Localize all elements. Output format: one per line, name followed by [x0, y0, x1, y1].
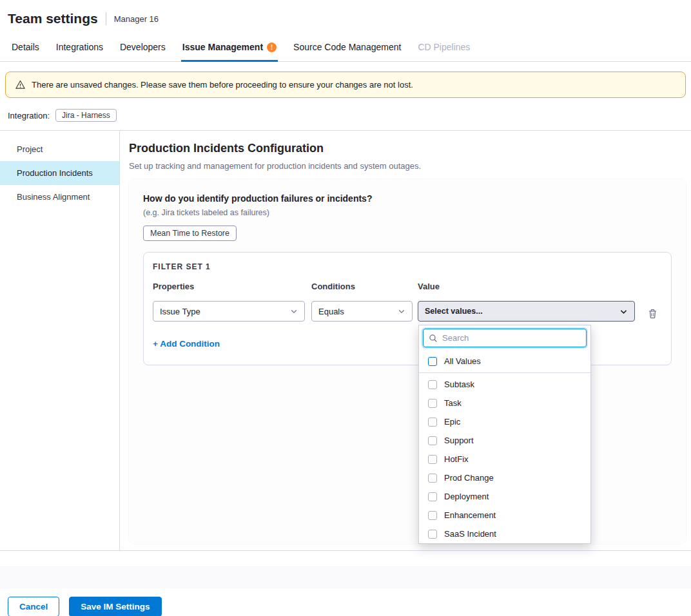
search-icon [429, 334, 438, 343]
footer-gap [0, 551, 691, 566]
sidebar-item-production-incidents[interactable]: Production Incidents [0, 161, 119, 185]
option-label: Epic [444, 417, 460, 427]
configuration-card: How do you identify production failures … [129, 179, 686, 544]
warning-triangle-icon [15, 79, 26, 90]
tab-bar: Details Integrations Developers Issue Ma… [0, 34, 691, 62]
option-enhancement[interactable]: Enhancement [423, 506, 587, 525]
integration-row: Integration: Jira - Harness [0, 104, 691, 130]
footer-strip [0, 566, 691, 588]
column-header-value: Value [418, 282, 635, 291]
unsaved-changes-banner: There are unsaved changes. Please save t… [5, 72, 686, 98]
option-saas-incident[interactable]: SaaS Incident [423, 525, 587, 543]
checkbox[interactable] [428, 530, 437, 539]
unsaved-changes-badge-icon: ! [267, 43, 277, 52]
integration-chip[interactable]: Jira - Harness [55, 109, 117, 122]
checkbox[interactable] [428, 380, 437, 389]
metric-chip[interactable]: Mean Time to Restore [143, 226, 237, 241]
trash-icon [648, 309, 657, 319]
checkbox[interactable] [428, 455, 437, 464]
tab-source-code-management[interactable]: Source Code Management [292, 34, 402, 61]
content-area: Project Production Incidents Business Al… [0, 131, 691, 551]
checkbox[interactable] [428, 492, 437, 501]
value-select-placeholder: Select values... [425, 307, 483, 316]
option-task[interactable]: Task [423, 394, 587, 412]
option-customer-notification[interactable]: Customer Notification [423, 543, 587, 544]
filter-set-title: FILTER SET 1 [153, 262, 662, 271]
section-title: Production Incidents Configuration [129, 142, 686, 155]
checkbox[interactable] [428, 511, 437, 520]
property-select[interactable]: Issue Type [153, 301, 305, 322]
chevron-down-icon [290, 307, 298, 315]
option-label: Subtask [444, 380, 474, 389]
option-all-values[interactable]: All Values [423, 351, 587, 371]
question-hint: (e.g. Jira tickets labeled as failures) [143, 208, 672, 217]
tab-integrations[interactable]: Integrations [55, 34, 104, 61]
option-label: All Values [444, 356, 481, 366]
checkbox[interactable] [428, 357, 437, 366]
filter-set: FILTER SET 1 Properties Issue Type [143, 252, 672, 365]
dropdown-search [423, 329, 587, 347]
checkbox[interactable] [428, 474, 437, 483]
value-multiselect[interactable]: Select values... [418, 301, 635, 322]
option-label: Deployment [444, 492, 489, 501]
checkbox[interactable] [428, 418, 437, 427]
tab-developers[interactable]: Developers [119, 34, 167, 61]
section-subtitle: Set up tracking and management for produ… [129, 161, 686, 171]
checkbox[interactable] [428, 436, 437, 445]
question-label: How do you identify production failures … [143, 193, 672, 204]
column-header-conditions: Conditions [311, 282, 413, 291]
option-deployment[interactable]: Deployment [423, 487, 587, 506]
chevron-down-icon [619, 307, 628, 316]
option-label: SaaS Incident [444, 529, 496, 539]
option-subtask[interactable]: Subtask [423, 375, 587, 394]
footer-actions: Cancel Save IM Settings [0, 588, 691, 616]
option-label: HotFix [444, 454, 469, 464]
option-label: Task [444, 398, 462, 408]
tab-details[interactable]: Details [10, 34, 41, 61]
checkbox[interactable] [428, 399, 437, 408]
team-name: Manager 16 [114, 14, 159, 24]
sidebar-item-business-alignment[interactable]: Business Alignment [0, 185, 119, 209]
sidebar-item-project[interactable]: Project [0, 137, 119, 161]
warning-text: There are unsaved changes. Please save t… [32, 80, 413, 90]
save-im-settings-button[interactable]: Save IM Settings [69, 597, 161, 616]
page-header: Team settings Manager 16 [0, 0, 691, 34]
settings-sidebar: Project Production Incidents Business Al… [0, 131, 120, 550]
panel-divider [419, 372, 590, 373]
delete-filter-row-button[interactable] [648, 309, 657, 319]
property-select-value: Issue Type [160, 307, 200, 316]
option-support[interactable]: Support [423, 431, 587, 450]
chevron-down-icon [398, 307, 405, 315]
tab-issue-management[interactable]: Issue Management ! [181, 34, 278, 61]
search-input[interactable] [442, 333, 581, 343]
value-dropdown-panel: All Values Subtask Task [418, 325, 591, 544]
option-label: Prod Change [444, 473, 494, 483]
integration-label: Integration: [8, 111, 50, 120]
add-condition-button[interactable]: + Add Condition [153, 339, 220, 349]
title-separator [106, 12, 106, 25]
option-hotfix[interactable]: HotFix [423, 450, 587, 468]
option-prod-change[interactable]: Prod Change [423, 468, 587, 487]
option-epic[interactable]: Epic [423, 412, 587, 431]
filter-row: Properties Issue Type Conditions Equals [153, 282, 662, 322]
page-title: Team settings [8, 11, 98, 26]
option-label: Support [444, 436, 474, 445]
column-header-properties: Properties [153, 282, 305, 291]
condition-select-value: Equals [318, 307, 344, 316]
condition-select[interactable]: Equals [311, 301, 413, 322]
main-panel: Production Incidents Configuration Set u… [120, 131, 691, 550]
tab-cd-pipelines: CD Pipelines [416, 34, 471, 61]
option-label: Enhancement [444, 510, 496, 520]
cancel-button[interactable]: Cancel [8, 597, 59, 616]
